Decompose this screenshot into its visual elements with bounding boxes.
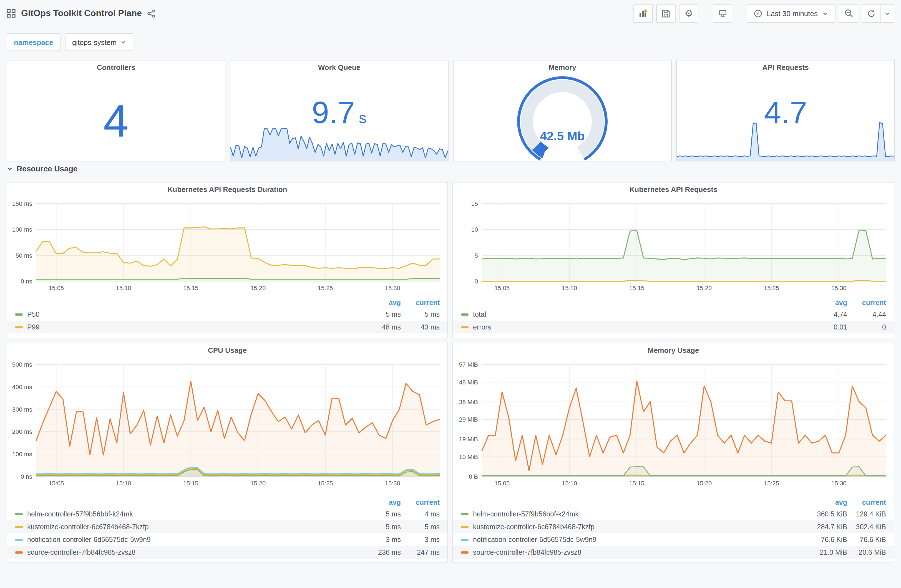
panel-title[interactable]: Kubernetes API Requests (453, 182, 894, 197)
chevron-down-icon (822, 10, 828, 16)
series-avg: 4.74 (801, 310, 847, 318)
panel-title[interactable]: Memory (454, 61, 671, 75)
series-current: 0 (847, 323, 886, 331)
series-color-dash[interactable] (461, 551, 469, 553)
variable-value-dropdown[interactable]: gitops-system (65, 33, 133, 51)
series-current: 3 ms (401, 535, 440, 543)
timeseries-chart[interactable]: 15:0515:1015:1515:2015:2515:300 ns100 ms… (7, 358, 447, 494)
svg-text:15:25: 15:25 (764, 480, 779, 487)
stat-number: 4.7 (764, 97, 807, 128)
memory-gauge (454, 75, 671, 162)
legend-row: helm-controller-57f9b56bbf-k24mk5 ms4 ms (7, 507, 447, 520)
svg-text:15:15: 15:15 (183, 285, 198, 291)
zoom-out-button[interactable] (839, 4, 858, 22)
series-color-dash[interactable] (15, 513, 23, 515)
refresh-button[interactable] (862, 4, 881, 22)
series-color-dash[interactable] (15, 326, 23, 328)
stat-unit: s (359, 109, 367, 127)
legend-row: errors0.010 (453, 320, 894, 333)
series-name[interactable]: errors (473, 323, 801, 331)
legend-sort-avg[interactable]: avg (801, 299, 847, 307)
series-name[interactable]: kustomize-controller-6c6784b468-7kzfp (27, 523, 354, 530)
series-name[interactable]: source-controller-7fb84fc985-zvsz8 (27, 548, 354, 556)
series-avg: 236 ms (354, 548, 401, 556)
series-avg: 3 ms (354, 535, 401, 543)
svg-text:19 MiB: 19 MiB (459, 436, 478, 443)
settings-button[interactable]: ⚙ (679, 4, 698, 22)
timeseries-chart[interactable]: 15:0515:1015:1515:2015:2515:300 B10 MiB1… (453, 358, 894, 494)
row-resource-usage[interactable]: Resource Usage (7, 164, 78, 173)
series-avg: 284.7 KiB (801, 523, 847, 530)
series-color-dash[interactable] (461, 313, 469, 315)
series-color-dash[interactable] (461, 526, 469, 528)
legend: avgcurrenthelm-controller-57f9b56bbf-k24… (453, 498, 894, 558)
series-avg: 76.6 KiB (801, 535, 847, 543)
series-current: 247 ms (401, 548, 440, 556)
series-color-dash[interactable] (461, 326, 469, 328)
series-color-dash[interactable] (15, 538, 23, 541)
legend-sort-avg[interactable]: avg (801, 499, 847, 506)
series-color-dash[interactable] (15, 551, 23, 553)
legend-sort-avg[interactable]: avg (354, 299, 401, 307)
svg-text:15:20: 15:20 (250, 285, 266, 291)
series-name[interactable]: notification-controller-6d56575dc-5w9n9 (27, 535, 354, 543)
series-name[interactable]: P99 (27, 323, 354, 331)
dashboard-title: GitOps Toolkit Control Plane (21, 8, 142, 18)
svg-text:15:30: 15:30 (385, 285, 400, 291)
panel-title[interactable]: Work Queue (231, 61, 448, 75)
legend-sort-current[interactable]: current (847, 499, 886, 506)
panel-k8s-api-requests: Kubernetes API Requests 15:0515:1015:151… (452, 182, 894, 338)
legend-header: avgcurrent (453, 498, 894, 507)
legend-sort-current[interactable]: current (401, 299, 440, 307)
row-title: Resource Usage (17, 164, 78, 173)
time-range-label: Last 30 minutes (767, 9, 818, 17)
series-name[interactable]: source-controller-7fb84fc985-zvsz8 (473, 548, 801, 556)
svg-text:38 MiB: 38 MiB (459, 398, 478, 406)
svg-text:500 ms: 500 ms (12, 361, 32, 368)
series-color-dash[interactable] (15, 526, 23, 528)
timeseries-chart[interactable]: 15:0515:1015:1515:2015:2515:30051015 (453, 197, 894, 294)
panel-work-queue: Work Queue 9.7 s (230, 60, 449, 162)
panel-title[interactable]: API Requests (677, 61, 894, 75)
series-color-dash[interactable] (461, 513, 469, 515)
panel-title[interactable]: Controllers (7, 61, 225, 75)
svg-text:15:15: 15:15 (629, 480, 645, 487)
series-name[interactable]: P50 (27, 310, 354, 318)
legend-sort-current[interactable]: current (401, 499, 440, 506)
dashboard-grid-icon[interactable] (7, 9, 16, 18)
panel-title[interactable]: Kubernetes API Requests Duration (7, 182, 447, 197)
panel-api-requests: API Requests 4.7 (676, 60, 895, 162)
series-current: 76.6 KiB (847, 535, 886, 543)
toolbar: ⚙ Last 30 minutes (633, 4, 894, 22)
series-name[interactable]: helm-controller-57f9b56bbf-k24mk (473, 510, 801, 518)
panel-title[interactable]: CPU Usage (7, 343, 447, 358)
series-name[interactable]: helm-controller-57f9b56bbf-k24mk (27, 510, 354, 518)
series-color-dash[interactable] (15, 313, 23, 315)
add-panel-button[interactable] (633, 4, 653, 22)
svg-text:29 MiB: 29 MiB (459, 416, 478, 423)
series-name[interactable]: notification-controller-6d56575dc-5w9n9 (473, 535, 801, 543)
timeseries-chart[interactable]: 15:0515:1015:1515:2015:2515:300 ns50 ms1… (7, 197, 447, 294)
legend-row: source-controller-7fb84fc985-zvsz8236 ms… (7, 546, 447, 558)
panel-title[interactable]: Memory Usage (453, 343, 894, 358)
save-dashboard-button[interactable] (656, 4, 676, 22)
svg-text:0 B: 0 B (469, 473, 478, 480)
legend-header: avgcurrent (7, 498, 447, 507)
legend-sort-avg[interactable]: avg (354, 499, 401, 506)
svg-text:15:10: 15:10 (116, 480, 131, 487)
share-icon[interactable] (147, 9, 156, 17)
refresh-interval-dropdown[interactable] (881, 4, 894, 22)
series-color-dash[interactable] (461, 538, 469, 541)
legend-sort-current[interactable]: current (847, 299, 886, 307)
svg-text:10 MiB: 10 MiB (459, 453, 478, 460)
tv-mode-button[interactable] (713, 4, 732, 22)
stat-value-api-requests: 4.7 (677, 97, 894, 136)
panel-controllers: Controllers 4 (7, 60, 225, 162)
series-avg: 360.5 KiB (801, 510, 847, 518)
svg-text:0: 0 (475, 278, 478, 285)
series-name[interactable]: kustomize-controller-6c6784b468-7kzfp (473, 523, 801, 530)
svg-text:15:20: 15:20 (697, 480, 712, 487)
time-range-picker[interactable]: Last 30 minutes (747, 4, 836, 22)
series-name[interactable]: total (473, 310, 801, 318)
chevron-down-icon (120, 39, 126, 45)
